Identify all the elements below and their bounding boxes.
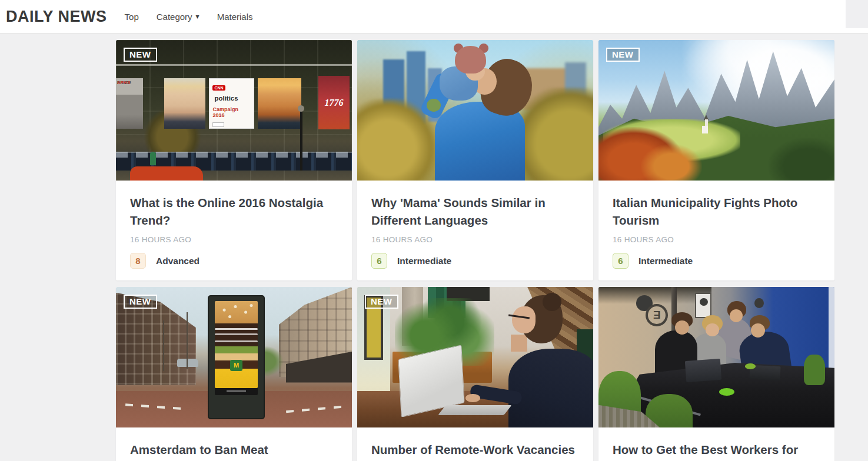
level-row: 8 Advanced: [130, 253, 338, 269]
article-title[interactable]: Italian Municipality Fights Photo Touris…: [613, 194, 820, 229]
laptop: [685, 359, 721, 382]
billboard: PRIZE APHS CNNpolitics Campaign 2016 177…: [116, 78, 352, 129]
level-row: 6 Intermediate: [371, 253, 579, 269]
baby-knit-hat: [455, 46, 485, 74]
chevron-down-icon: ▾: [196, 13, 199, 20]
green-pad: [745, 363, 756, 369]
article-title[interactable]: How to Get the Best Workers for: [613, 441, 820, 459]
ad-text-line: [215, 333, 257, 335]
burger-bun-top: [215, 301, 257, 324]
poster-text-bottom: APHS: [117, 80, 130, 86]
clinton-portrait: [164, 78, 205, 129]
article-card-remote-work[interactable]: NEW Number of Remote-Work Vacancies: [357, 287, 593, 461]
dolomites-valley-church-photo[interactable]: NEW: [598, 40, 834, 181]
mother-lifting-baby-photo[interactable]: [357, 40, 593, 181]
woman-neck: [511, 335, 527, 352]
side-poster: PRIZE APHS: [116, 78, 143, 129]
woman-face: [706, 323, 719, 336]
level-row: 6 Intermediate: [613, 253, 820, 269]
new-badge: NEW: [606, 48, 640, 62]
burger-lettuce: [215, 346, 257, 353]
article-title[interactable]: What is the Online 2016 Nostalgia Trend?: [130, 194, 338, 229]
nav-item-category[interactable]: Category ▾: [157, 12, 199, 22]
baby-mitten: [427, 99, 441, 112]
nav-materials-label: Materials: [217, 12, 253, 22]
article-card-nostalgia-trend[interactable]: PRIZE APHS CNNpolitics Campaign 2016 177…: [116, 40, 352, 280]
main-nav: Top Category ▾ Materials: [125, 12, 253, 22]
level-label: Intermediate: [638, 256, 693, 266]
top-navigation-bar: DAILY NEWS Top Category ▾ Materials: [0, 0, 868, 34]
politics-text: politics: [214, 95, 238, 102]
level-label: Intermediate: [397, 256, 451, 266]
trump-portrait: [258, 78, 301, 129]
ad-text-line: [215, 340, 257, 342]
card-body: Why 'Mama' Sounds Similar in Different L…: [357, 181, 593, 269]
cnn-politics-billboard-photo[interactable]: PRIZE APHS CNNpolitics Campaign 2016 177…: [116, 40, 352, 181]
autumn-tree: [641, 144, 702, 181]
burger-bun-middle: [215, 353, 257, 360]
nav-item-materials[interactable]: Materials: [217, 12, 253, 22]
article-title[interactable]: Number of Remote-Work Vacancies: [371, 441, 579, 459]
woman-hair-bun: [543, 293, 561, 311]
article-card-mama-languages[interactable]: Why 'Mama' Sounds Similar in Different L…: [357, 40, 593, 280]
article-card-photo-tourism[interactable]: NEW Italian Municipality Fights Photo To…: [598, 40, 834, 280]
building-rail: [116, 64, 352, 66]
church: [702, 126, 708, 133]
campaign-text: Campaign 2016: [212, 106, 250, 118]
article-title[interactable]: Why 'Mama' Sounds Similar in Different L…: [371, 194, 579, 229]
standing-woman-face: [730, 309, 743, 322]
article-card-amsterdam-meat[interactable]: M NEW Amsterdam to Ban Meat: [116, 287, 352, 461]
mcdonalds-logo: M: [230, 360, 242, 371]
level-score-badge: 8: [130, 253, 146, 269]
scrollbar-corner[interactable]: [846, 0, 868, 28]
ad-screen: [215, 301, 257, 388]
nav-top-label: Top: [125, 12, 139, 22]
nav-item-top[interactable]: Top: [125, 12, 139, 22]
card-body: Italian Municipality Fights Photo Touris…: [598, 181, 834, 269]
article-timestamp: 16 HOURS AGO: [130, 235, 338, 244]
new-badge: NEW: [365, 295, 398, 309]
article-card-best-workers[interactable]: Ǝ How to Get the: [598, 287, 834, 461]
green-chair: [804, 355, 825, 386]
red-car: [130, 166, 203, 181]
card-body: Amsterdam to Ban Meat: [116, 427, 352, 459]
woman-face: [512, 306, 536, 333]
ad-text-line: [215, 328, 257, 330]
street-lamp-pole: [300, 109, 302, 171]
card-body: Number of Remote-Work Vacancies: [357, 427, 593, 459]
level-score-badge: 6: [371, 253, 387, 269]
woman-working-on-laptop-photo[interactable]: NEW: [357, 287, 593, 427]
new-badge: NEW: [124, 48, 157, 62]
cnn-politics-panel: CNNpolitics Campaign 2016: [209, 78, 254, 129]
office-team-meeting-photo[interactable]: Ǝ: [598, 287, 834, 427]
totem-base-label: [227, 390, 245, 392]
article-grid: PRIZE APHS CNNpolitics Campaign 2016 177…: [116, 40, 834, 461]
card-body: What is the Online 2016 Nostalgia Trend?…: [116, 181, 352, 269]
amsterdam-street-ad-totem-photo[interactable]: M NEW: [116, 287, 352, 427]
lamp-post: [187, 312, 188, 369]
dark-green-tree: [769, 138, 834, 181]
level-score-badge: 6: [613, 253, 628, 269]
woman-dark-top: [508, 349, 593, 427]
sign-1776: 1776: [318, 76, 350, 129]
cnn-logo: CNN: [212, 85, 225, 91]
reversed-e-logo-icon: Ǝ: [646, 304, 668, 326]
wall-dot: [754, 298, 764, 308]
card-body: How to Get the Best Workers for: [598, 427, 834, 459]
laptop-base: [438, 405, 512, 415]
green-pad: [719, 388, 734, 396]
article-timestamp: 16 HOURS AGO: [371, 235, 579, 244]
pedestrian: [150, 152, 156, 165]
nav-category-label: Category: [157, 12, 192, 22]
site-logo[interactable]: DAILY NEWS: [6, 8, 107, 26]
lamp-post: [163, 320, 164, 371]
woman-hand: [465, 394, 480, 402]
new-badge: NEW: [124, 295, 157, 309]
article-timestamp: 16 HOURS AGO: [613, 235, 820, 244]
article-title[interactable]: Amsterdam to Ban Meat: [130, 441, 338, 459]
burger-cheese: [215, 369, 257, 388]
man-face: [751, 323, 765, 338]
level-label: Advanced: [156, 256, 199, 266]
